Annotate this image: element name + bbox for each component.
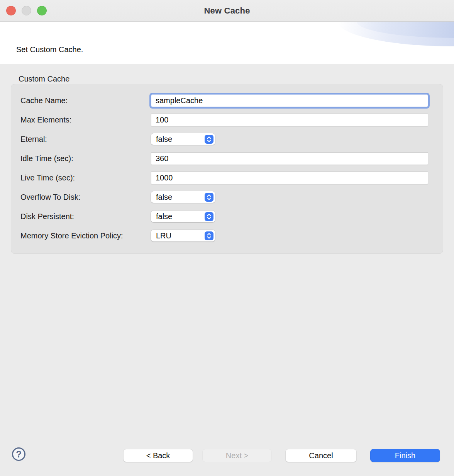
field-overflow-to-disk-label: Overflow To Disk: xyxy=(20,193,151,202)
wizard-buttons: < Back Next > Cancel Finish xyxy=(123,449,440,462)
finish-button[interactable]: Finish xyxy=(370,449,440,462)
wizard-description: Set Custom Cache. xyxy=(16,45,83,54)
new-cache-dialog: New Cache Set Custom Cache. Custom Cache… xyxy=(0,0,454,476)
field-eternal-selected-value: false xyxy=(156,135,172,144)
field-max-elements-input[interactable] xyxy=(151,114,428,126)
zoom-window-button[interactable] xyxy=(37,6,47,15)
field-disk-persistent-label: Disk Persistent: xyxy=(20,212,151,221)
field-max-elements-label: Max Elements: xyxy=(20,116,151,124)
button-bar: ? < Back Next > Cancel Finish xyxy=(0,436,454,476)
field-memory-store-eviction-policy-label: Memory Store Eviction Policy: xyxy=(20,231,151,240)
field-eternal-select[interactable]: false xyxy=(151,133,215,145)
field-memory-store-eviction-policy-selected-value: LRU xyxy=(156,231,171,240)
form-row-memory-store-eviction-policy: Memory Store Eviction Policy:LRU xyxy=(11,226,443,245)
back-button[interactable]: < Back xyxy=(123,449,193,462)
help-button[interactable]: ? xyxy=(12,447,25,461)
field-eternal-label: Eternal: xyxy=(20,135,151,144)
minimize-window-button[interactable] xyxy=(22,6,31,15)
field-disk-persistent-select[interactable]: false xyxy=(151,211,215,222)
form-row-live-time-sec: Live Time (sec): xyxy=(11,168,443,187)
title-bar: New Cache xyxy=(0,0,454,22)
next-button: Next > xyxy=(202,449,272,462)
field-disk-persistent-selected-value: false xyxy=(156,212,172,221)
close-window-button[interactable] xyxy=(6,6,16,15)
chevron-up-down-icon xyxy=(205,212,213,221)
form-row-eternal: Eternal:false xyxy=(11,129,443,149)
group-label: Custom Cache xyxy=(19,75,69,83)
custom-cache-group-box: Cache Name:Max Elements:Eternal:falseIdl… xyxy=(11,84,443,254)
chevron-up-down-icon xyxy=(205,193,213,202)
field-idle-time-sec-label: Idle Time (sec): xyxy=(20,154,151,163)
chevron-up-down-icon xyxy=(205,231,213,240)
field-idle-time-sec-input[interactable] xyxy=(151,152,428,165)
field-overflow-to-disk-selected-value: false xyxy=(156,193,172,202)
form-row-disk-persistent: Disk Persistent:false xyxy=(11,207,443,226)
field-live-time-sec-input[interactable] xyxy=(151,172,428,184)
field-cache-name-label: Cache Name: xyxy=(20,96,151,105)
field-cache-name-input[interactable] xyxy=(151,94,428,107)
form-row-max-elements: Max Elements: xyxy=(11,110,443,129)
window-title: New Cache xyxy=(204,6,250,16)
form-rows: Cache Name:Max Elements:Eternal:falseIdl… xyxy=(11,91,443,245)
form-row-overflow-to-disk: Overflow To Disk:false xyxy=(11,187,443,207)
traffic-lights xyxy=(6,0,47,21)
field-overflow-to-disk-select[interactable]: false xyxy=(151,191,215,203)
cancel-button[interactable]: Cancel xyxy=(285,449,357,462)
field-memory-store-eviction-policy-select[interactable]: LRU xyxy=(151,230,215,241)
form-row-cache-name: Cache Name: xyxy=(11,91,443,110)
field-live-time-sec-label: Live Time (sec): xyxy=(20,173,151,182)
wizard-content: Custom Cache Cache Name:Max Elements:Ete… xyxy=(0,64,454,436)
wizard-banner: Set Custom Cache. xyxy=(0,22,454,64)
form-row-idle-time-sec: Idle Time (sec): xyxy=(11,149,443,168)
chevron-up-down-icon xyxy=(205,135,213,144)
